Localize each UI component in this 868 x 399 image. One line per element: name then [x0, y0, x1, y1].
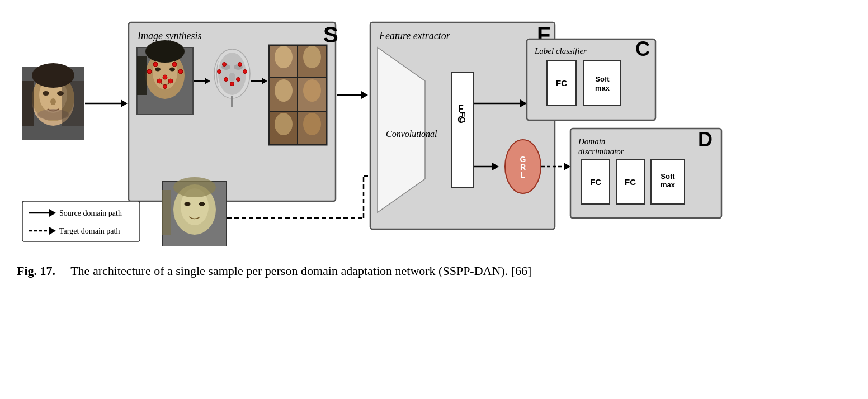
- main-container: Image synthesis S: [17, 11, 851, 281]
- synthesis-title: Image synthesis: [137, 30, 201, 41]
- disc-fc1-label: FC: [590, 177, 601, 187]
- svg-point-54: [303, 79, 321, 102]
- svg-text:C: C: [457, 115, 464, 125]
- grl-label3: L: [521, 170, 526, 179]
- fc-bar: [452, 73, 473, 187]
- svg-rect-71: [162, 190, 171, 235]
- svg-point-70: [173, 177, 216, 197]
- svg-point-19: [145, 40, 185, 63]
- disc-softmax-label: Soft: [661, 172, 675, 180]
- svg-point-40: [243, 70, 247, 74]
- disc-fc2-label: FC: [625, 177, 636, 187]
- caption: Fig. 17. The architecture of a single sa…: [17, 262, 632, 281]
- face-with-landmarks: [137, 40, 193, 115]
- domain-discriminator-box: Domain discriminator D FC FC Soft max: [570, 128, 721, 218]
- svg-point-48: [275, 46, 293, 68]
- svg-point-7: [50, 98, 56, 105]
- synth-faces-grid: [268, 45, 327, 145]
- svg-rect-60: [22, 201, 140, 241]
- svg-point-5: [43, 91, 49, 96]
- dashed-arrow-discriminator: [564, 163, 570, 170]
- caption-fig-num: Fig. 17.: [17, 264, 55, 278]
- arrow1-head: [121, 99, 128, 107]
- diagram-container: Image synthesis S: [17, 11, 851, 246]
- synthesis-label: S: [323, 22, 338, 47]
- label-classifier-box: Label classifier C FC Soft max: [527, 37, 655, 120]
- convolutional-label: Convolutional: [386, 129, 437, 139]
- svg-point-43: [230, 82, 234, 86]
- discriminator-title2: discriminator: [578, 147, 624, 156]
- svg-point-50: [303, 46, 321, 68]
- diagram-svg: Image synthesis S: [17, 11, 850, 246]
- svg-point-38: [238, 63, 242, 66]
- discriminator-title: Domain: [578, 137, 605, 146]
- legend-target-label: Target domain path: [59, 227, 120, 235]
- svg-point-21: [153, 62, 158, 66]
- synthesis-box: Image synthesis S: [129, 22, 338, 201]
- svg-point-18: [169, 68, 175, 72]
- svg-point-26: [168, 79, 173, 83]
- svg-point-68: [185, 202, 191, 206]
- svg-point-17: [155, 68, 161, 72]
- svg-point-25: [157, 79, 162, 83]
- svg-point-56: [275, 113, 293, 135]
- svg-point-37: [223, 63, 227, 66]
- feature-title: Feature extractor: [379, 30, 451, 41]
- svg-rect-36: [231, 96, 233, 107]
- classifier-softmax-label2: max: [595, 84, 610, 92]
- svg-rect-20: [137, 56, 147, 95]
- classifier-softmax-label: Soft: [595, 75, 610, 83]
- discriminator-label: D: [698, 128, 713, 151]
- svg-point-23: [147, 69, 152, 74]
- svg-point-24: [178, 69, 183, 74]
- source-face-image: [22, 63, 84, 140]
- legend-source-label: Source domain path: [59, 209, 122, 217]
- svg-point-41: [224, 78, 228, 82]
- classifier-fc-label: FC: [556, 78, 567, 88]
- classifier-label: C: [635, 37, 650, 60]
- svg-point-28: [163, 85, 167, 89]
- disc-softmax-label2: max: [661, 180, 676, 189]
- svg-point-39: [218, 70, 221, 74]
- svg-rect-10: [22, 81, 34, 126]
- svg-point-52: [275, 79, 293, 102]
- classifier-title: Label classifier: [534, 46, 587, 55]
- svg-point-35: [229, 73, 235, 82]
- arrow2-head: [361, 91, 368, 99]
- target-face-image: [162, 177, 227, 246]
- legend-box: Source domain path Target domain path: [22, 201, 140, 241]
- svg-point-69: [199, 202, 205, 206]
- svg-text:F: F: [458, 104, 464, 113]
- caption-text: The architecture of a single sample per …: [70, 264, 531, 278]
- svg-point-58: [303, 113, 321, 135]
- svg-point-22: [172, 62, 177, 66]
- svg-point-27: [163, 75, 167, 79]
- svg-point-42: [237, 78, 240, 82]
- svg-rect-11: [62, 81, 84, 126]
